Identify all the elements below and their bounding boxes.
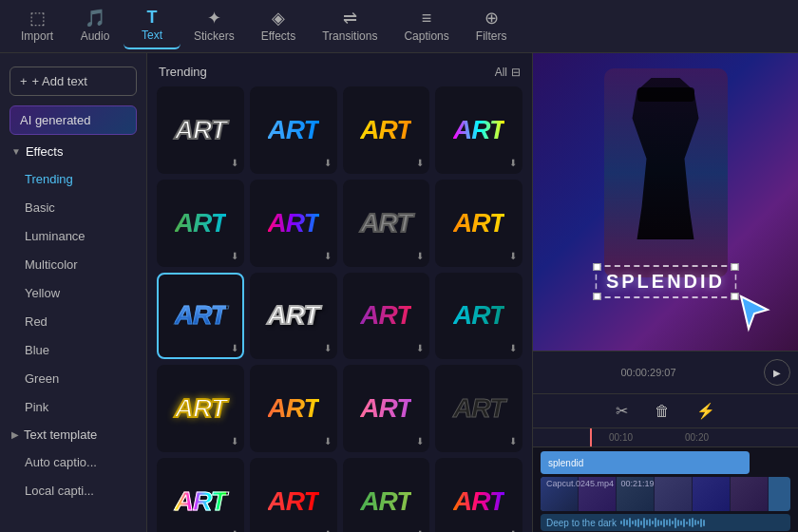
nav-transitions[interactable]: ⇌ Transitions xyxy=(309,4,390,48)
text-template-label: Text template xyxy=(24,428,97,442)
nav-filters-label: Filters xyxy=(476,29,507,43)
sidebar-item-trending[interactable]: Trending xyxy=(6,165,141,193)
splendid-text-container[interactable]: SPLENDID xyxy=(595,265,736,298)
art-card-14[interactable]: ART ⬇ xyxy=(250,365,337,452)
import-icon: ⬚ xyxy=(29,10,46,27)
download-icon: ⬇ xyxy=(324,251,332,261)
nav-captions-label: Captions xyxy=(404,29,448,43)
track-audio[interactable]: Deep to the dark xyxy=(541,514,790,531)
art-card-16[interactable]: ART ⬇ xyxy=(435,365,522,452)
top-navigation: ⬚ Import 🎵 Audio T Text ✦ Stickers ◈ Eff… xyxy=(0,0,798,53)
art-card-13[interactable]: ART ⬇ xyxy=(157,365,244,452)
art-effects-grid: ART ⬇ ART ⬇ ART ⬇ ART ⬇ ART ⬇ ART xyxy=(155,86,524,532)
nav-stickers[interactable]: ✦ Stickers xyxy=(180,4,248,48)
download-icon: ⬇ xyxy=(324,158,332,168)
art-card-20[interactable]: ART ⬇ xyxy=(435,458,522,532)
sidebar-item-local-caption[interactable]: Local capti... xyxy=(6,477,141,504)
download-icon: ⬇ xyxy=(231,436,238,446)
filter-label: All xyxy=(495,66,507,79)
cursor-arrow xyxy=(737,293,771,336)
main-area: + + Add text AI generated ▼ Effects Tren… xyxy=(0,53,798,532)
download-icon: ⬇ xyxy=(416,251,424,261)
sidebar-item-yellow[interactable]: Yellow xyxy=(6,279,141,307)
art-card-2[interactable]: ART ⬇ xyxy=(250,86,337,174)
art-card-10[interactable]: ART ⬇ xyxy=(250,273,337,360)
preview-area: SPLENDID xyxy=(533,53,798,351)
track-splendid-label: splendid xyxy=(548,458,583,468)
effects-icon: ◈ xyxy=(272,10,285,27)
nav-audio[interactable]: 🎵 Audio xyxy=(66,4,124,48)
delete-button[interactable]: 🗑 xyxy=(651,399,674,424)
play-button[interactable]: ▶ xyxy=(764,359,790,386)
selection-handle-tr xyxy=(731,263,738,271)
art-card-15[interactable]: ART ⬇ xyxy=(343,365,430,452)
download-icon: ⬇ xyxy=(231,343,238,353)
preview-image-card xyxy=(604,68,728,277)
text-template-section-header[interactable]: ▶ Text template xyxy=(0,422,146,447)
download-icon: ⬇ xyxy=(324,436,332,446)
download-icon: ⬇ xyxy=(416,158,424,168)
art-card-7[interactable]: ART ⬇ xyxy=(343,180,430,267)
sidebar-item-blue[interactable]: Blue xyxy=(6,336,141,364)
add-text-button[interactable]: + + Add text xyxy=(10,66,137,96)
thumb-5 xyxy=(693,477,731,511)
sidebar-item-green[interactable]: Green xyxy=(6,365,141,392)
track-video[interactable]: Capcut.0245.mp4 00:21:19 xyxy=(541,477,790,511)
edit-controls: ✂ 🗑 ⚡ xyxy=(533,393,798,428)
person-silhouette xyxy=(618,78,713,239)
sidebar-item-auto-caption[interactable]: Auto captio... xyxy=(6,448,141,476)
art-card-4[interactable]: ART ⬇ xyxy=(435,86,522,174)
detach-button[interactable]: ⚡ xyxy=(693,398,719,424)
download-icon: ⬇ xyxy=(509,343,517,353)
art-card-12[interactable]: ART ⬇ xyxy=(435,273,522,360)
ruler-mark-10: 00:10 xyxy=(609,432,633,443)
art-card-17[interactable]: ART ⬇ xyxy=(157,458,244,532)
download-icon: ⬇ xyxy=(509,251,517,261)
sidebar-item-pink[interactable]: Pink xyxy=(6,393,141,421)
effects-section-header[interactable]: ▼ Effects xyxy=(0,139,146,164)
nav-import-label: Import xyxy=(21,29,53,43)
right-panel: SPLENDID 00:00:29:07 ▶ ✂ 🗑 ⚡ 00:10 xyxy=(532,53,798,532)
stickers-icon: ✦ xyxy=(207,10,221,27)
art-card-5[interactable]: ART ⬇ xyxy=(157,180,244,267)
svg-marker-0 xyxy=(741,296,768,329)
art-card-3[interactable]: ART ⬇ xyxy=(343,86,430,174)
nav-filters[interactable]: ⊕ Filters xyxy=(463,4,521,48)
selection-handle-tl xyxy=(593,263,600,271)
timecode-display: 00:00:29:07 xyxy=(541,367,756,378)
art-card-11[interactable]: ART ⬇ xyxy=(343,273,430,360)
nav-effects[interactable]: ◈ Effects xyxy=(248,4,309,48)
art-card-1[interactable]: ART ⬇ xyxy=(157,86,244,174)
thumb-4 xyxy=(655,477,693,511)
sunglasses xyxy=(637,87,694,102)
download-icon: ⬇ xyxy=(416,343,424,353)
art-card-9[interactable]: ART ⬇ xyxy=(157,273,244,360)
art-card-18[interactable]: ART ⬇ xyxy=(250,458,337,532)
nav-import[interactable]: ⬚ Import xyxy=(8,4,66,48)
nav-text-label: Text xyxy=(142,28,162,42)
download-icon: ⬇ xyxy=(509,436,517,446)
effects-grid-panel: Trending All ⊟ ART ⬇ ART ⬇ ART ⬇ ART ⬇ xyxy=(147,53,532,532)
content-header: Trending All ⊟ xyxy=(155,61,524,86)
text-icon: T xyxy=(147,9,158,26)
split-button[interactable]: ✂ xyxy=(612,398,632,424)
art-card-8[interactable]: ART ⬇ xyxy=(435,180,522,267)
art-card-6[interactable]: ART ⬇ xyxy=(250,180,337,267)
filter-icon: ⊟ xyxy=(511,66,521,79)
sidebar-item-red[interactable]: Red xyxy=(6,308,141,335)
filter-button[interactable]: All ⊟ xyxy=(495,66,521,79)
sidebar-item-luminance[interactable]: Luminance xyxy=(6,222,141,250)
sidebar-item-multicolor[interactable]: Multicolor xyxy=(6,251,141,278)
sidebar-item-basic[interactable]: Basic xyxy=(6,194,141,221)
ai-generated-label: AI generated xyxy=(20,113,90,127)
art-card-19[interactable]: ART ⬇ xyxy=(343,458,430,532)
nav-text[interactable]: T Text xyxy=(124,3,180,49)
nav-transitions-label: Transitions xyxy=(322,29,377,43)
nav-captions[interactable]: ≡ Captions xyxy=(390,4,462,48)
nav-audio-label: Audio xyxy=(81,29,110,43)
ai-generated-button[interactable]: AI generated xyxy=(10,105,137,135)
playhead xyxy=(590,428,592,446)
track-splendid[interactable]: splendid xyxy=(541,451,750,474)
left-sidebar: + + Add text AI generated ▼ Effects Tren… xyxy=(0,53,147,532)
captions-icon: ≡ xyxy=(422,10,432,27)
